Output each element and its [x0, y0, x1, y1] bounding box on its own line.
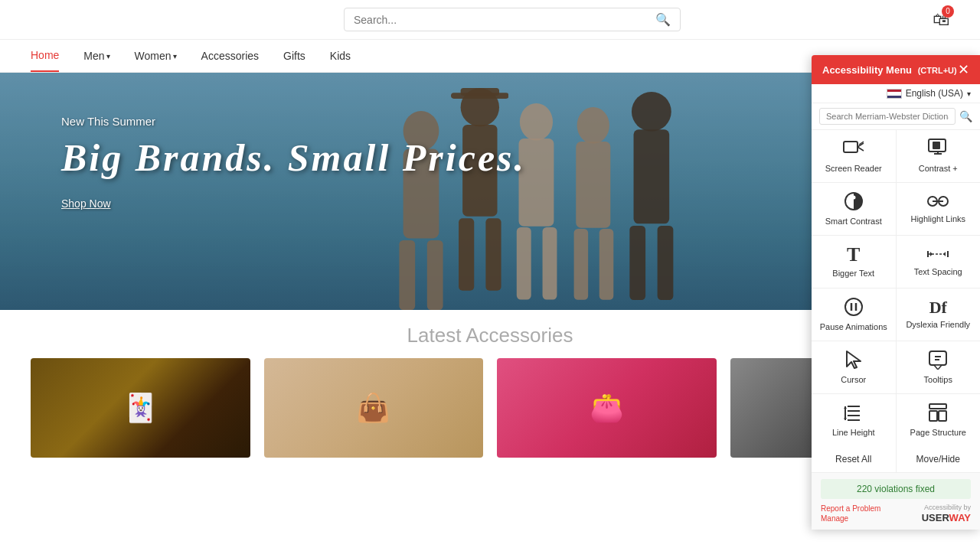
userway-branding: Accessibility by USERWAY: [922, 504, 971, 523]
chevron-men-icon: ▾: [106, 52, 110, 60]
violations-badge: 220 violations fixed: [821, 479, 971, 499]
highlight-links-icon: [927, 194, 949, 210]
product-card: 🃏: [31, 358, 250, 458]
a11y-buttons-grid: Screen Reader Contrast + Smart Contrast …: [812, 130, 980, 446]
page-structure-icon: [928, 403, 948, 424]
svg-marker-45: [934, 365, 942, 370]
move-hide-button[interactable]: Move/Hide: [897, 446, 981, 472]
page-structure-label: Page Structure: [910, 428, 966, 438]
svg-rect-8: [459, 218, 474, 291]
a11y-search-input[interactable]: [819, 108, 956, 125]
a11y-close-button[interactable]: ✕: [958, 63, 969, 77]
pause-animations-label: Pause Animations: [820, 322, 887, 332]
cursor-button[interactable]: Cursor: [812, 341, 896, 393]
tooltips-label: Tooltips: [924, 375, 952, 385]
line-height-icon: [844, 403, 864, 424]
accessibility-panel: Accessibility Menu (CTRL+U) ✕ English (U…: [812, 55, 980, 530]
nav-item-gifts[interactable]: Gifts: [283, 41, 305, 71]
screen-reader-icon: [843, 139, 864, 160]
reset-all-button[interactable]: Reset All: [812, 446, 896, 472]
contrast-button[interactable]: Contrast +: [897, 130, 981, 182]
contrast-label: Contrast +: [919, 164, 958, 174]
nav-item-men[interactable]: Men▾: [83, 41, 109, 71]
cart-badge: 0: [942, 5, 954, 18]
bigger-text-label: Bigger Text: [832, 269, 874, 279]
svg-marker-38: [930, 252, 933, 256]
nav-item-accessories[interactable]: Accessories: [201, 41, 259, 71]
hero-cta-button[interactable]: Shop Now: [61, 197, 111, 210]
a11y-shortcut: (CTRL+U): [918, 66, 957, 75]
a11y-search-icon[interactable]: 🔍: [959, 110, 972, 122]
svg-rect-27: [933, 142, 940, 149]
text-spacing-icon: [926, 246, 949, 263]
screen-reader-button[interactable]: Screen Reader: [812, 130, 896, 182]
userway-logo: USERWAY: [922, 512, 971, 523]
dyslexia-friendly-icon: Df: [929, 299, 947, 316]
contrast-icon: [928, 139, 948, 160]
chevron-women-icon: ▾: [173, 52, 177, 60]
svg-rect-9: [485, 218, 501, 291]
a11y-footer-links: Report a Problem Manage Accessibility by…: [821, 504, 971, 523]
flag-icon: [887, 89, 902, 99]
page-structure-button[interactable]: Page Structure: [897, 394, 981, 446]
tooltips-icon: [928, 350, 948, 371]
svg-rect-55: [929, 404, 946, 409]
header-icons: 🛍 0: [933, 10, 949, 30]
pause-animations-icon: [844, 297, 864, 318]
nav-item-women[interactable]: Women▾: [135, 41, 177, 71]
smart-contrast-button[interactable]: Smart Contrast: [812, 183, 896, 235]
a11y-language-bar[interactable]: English (USA) ▾: [812, 84, 980, 103]
svg-marker-43: [847, 351, 861, 368]
nav-item-home[interactable]: Home: [31, 40, 59, 72]
a11y-action-row: Reset All Move/Hide: [812, 446, 980, 472]
search-icon[interactable]: 🔍: [655, 12, 671, 27]
a11y-panel-footer: 220 violations fixed Report a Problem Ma…: [812, 472, 980, 530]
a11y-search-bar: 🔍: [812, 103, 980, 130]
header: 🔍 🛍 0: [0, 0, 980, 40]
tooltips-button[interactable]: Tooltips: [897, 341, 981, 393]
svg-point-31: [851, 195, 855, 199]
cart-icon-wrap[interactable]: 🛍 0: [933, 10, 949, 30]
manage-link[interactable]: Manage: [821, 514, 880, 523]
chevron-lang-icon: ▾: [967, 90, 971, 98]
svg-rect-56: [929, 411, 937, 421]
pause-animations-button[interactable]: Pause Animations: [812, 289, 896, 341]
svg-marker-39: [943, 252, 946, 256]
search-input[interactable]: [354, 14, 655, 26]
cursor-icon: [845, 350, 862, 371]
svg-line-24: [858, 147, 864, 151]
report-problem-link[interactable]: Report a Problem: [821, 504, 880, 513]
line-height-label: Line Height: [832, 428, 875, 438]
svg-rect-19: [633, 129, 669, 223]
svg-point-40: [845, 298, 862, 315]
text-spacing-button[interactable]: Text Spacing: [897, 236, 981, 288]
a11y-panel-header: Accessibility Menu (CTRL+U) ✕: [812, 55, 980, 84]
dyslexia-friendly-button[interactable]: Df Dyslexia Friendly: [897, 289, 981, 341]
svg-marker-53: [844, 406, 847, 409]
nav-item-kids[interactable]: Kids: [330, 41, 351, 71]
search-bar: 🔍: [344, 8, 681, 31]
svg-rect-22: [844, 142, 858, 152]
svg-rect-13: [543, 227, 557, 300]
svg-marker-54: [844, 418, 847, 420]
svg-rect-44: [929, 351, 946, 365]
svg-rect-12: [517, 227, 531, 300]
highlight-links-button[interactable]: Highlight Links: [897, 183, 981, 235]
product-1-icon: 🃏: [123, 392, 158, 424]
screen-reader-label: Screen Reader: [825, 164, 882, 174]
smart-contrast-icon: [844, 191, 864, 213]
svg-rect-20: [629, 226, 645, 300]
svg-rect-6: [451, 93, 509, 99]
product-image-2: 👜: [264, 358, 484, 458]
hero-subtitle: New This Summer: [61, 115, 526, 128]
svg-point-18: [631, 92, 671, 132]
person-5-icon: [622, 92, 681, 310]
line-height-button[interactable]: Line Height: [812, 394, 896, 446]
bigger-text-icon: T: [847, 245, 860, 265]
bigger-text-button[interactable]: T Bigger Text: [812, 236, 896, 288]
svg-rect-3: [427, 240, 443, 310]
svg-rect-15: [576, 142, 610, 228]
product-image-1: 🃏: [31, 358, 250, 458]
product-card: 👛: [497, 358, 717, 458]
product-image-3: 👛: [497, 358, 717, 458]
